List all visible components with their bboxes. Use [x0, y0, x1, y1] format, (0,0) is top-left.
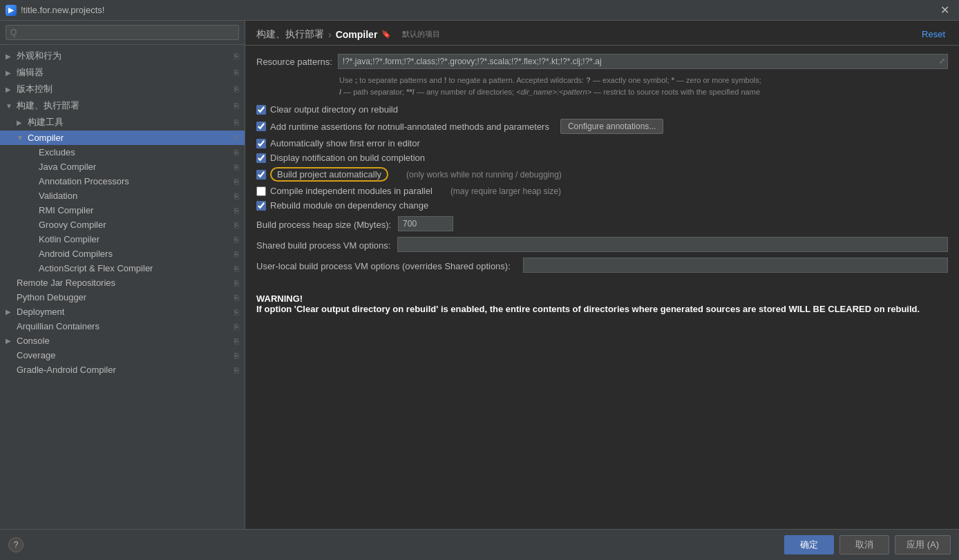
checkbox-runtime-assertions-row: Add runtime assertions for notnull-annot…	[256, 119, 948, 134]
sidebar-item-coverage[interactable]: ▶ Coverage ⎘	[0, 348, 245, 363]
close-button[interactable]: ✕	[936, 2, 953, 18]
checkbox-runtime-assertions-label[interactable]: Add runtime assertions for notnull-annot…	[270, 122, 549, 132]
sidebar-item-label: Coverage	[17, 350, 55, 360]
sidebar-item-android-compilers[interactable]: ▶ Android Compilers ⎘	[0, 247, 245, 261]
sidebar-item-compiler[interactable]: ▼ Compiler ⎘	[0, 131, 245, 145]
copy-icon: ⎘	[234, 163, 239, 171]
sidebar-item-actionscript-flex[interactable]: ▶ ActionScript & Flex Compiler ⎘	[0, 261, 245, 276]
arrow-icon: ▶	[6, 308, 14, 316]
cancel-button[interactable]: 取消	[839, 535, 889, 554]
arrow-icon: ▶	[17, 119, 25, 126]
bottom-bar: ? 确定 取消 应用 (A)	[0, 529, 959, 560]
sidebar-item-label: 构建工具	[28, 116, 64, 128]
help-button[interactable]: ?	[8, 537, 23, 552]
checkbox-rebuild-on-change-label[interactable]: Rebuild module on dependency change	[270, 200, 428, 211]
default-label: 默认的项目	[402, 29, 440, 39]
checkbox-show-error-row: Automatically show first error in editor	[256, 138, 948, 148]
sidebar-item-arquillian[interactable]: ▶ Arquillian Containers ⎘	[0, 319, 245, 334]
arrow-icon: ▶	[6, 337, 14, 345]
sidebar-item-validation[interactable]: ▶ Validation ⎘	[0, 189, 245, 203]
sidebar-item-vcs[interactable]: ▶ 版本控制 ⎘	[0, 81, 245, 97]
search-input[interactable]	[6, 25, 239, 40]
checkbox-show-first-error[interactable]	[256, 139, 266, 148]
sidebar-item-remote-jar[interactable]: ▶ Remote Jar Repositories ⎘	[0, 276, 245, 290]
checkbox-show-first-error-label[interactable]: Automatically show first error in editor	[270, 138, 420, 148]
sidebar-item-label: Validation	[39, 191, 77, 201]
sidebar-item-build-tools[interactable]: ▶ 构建工具 ⎘	[0, 114, 245, 131]
sidebar-item-label: Annotation Processors	[39, 176, 129, 186]
heap-size-input[interactable]	[398, 216, 453, 231]
sidebar-item-gradle-android[interactable]: ▶ Gradle-Android Compiler ⎘	[0, 363, 245, 377]
sidebar-item-label: Android Compilers	[39, 249, 113, 259]
sidebar-item-label: Compiler	[28, 133, 64, 143]
default-icon: 🔖	[381, 30, 391, 39]
checkbox-build-automatically[interactable]	[256, 170, 266, 180]
checkbox-compile-parallel-label[interactable]: Compile independent modules in parallel	[270, 186, 433, 196]
sidebar-item-build-exec[interactable]: ▼ 构建、执行部署 ⎘	[0, 97, 245, 114]
sidebar-tree: ▶ 外观和行为 ⎘ ▶ 编辑器 ⎘ ▶ 版本控制 ⎘ ▼ 构建、执行部署 ⎘	[0, 45, 245, 529]
copy-icon: ⎘	[234, 85, 239, 93]
arrow-icon: ▶	[6, 52, 14, 60]
sidebar-item-rmi-compiler[interactable]: ▶ RMI Compiler ⎘	[0, 203, 245, 218]
resource-patterns-input[interactable]	[338, 54, 948, 69]
sidebar-item-label: 编辑器	[17, 66, 44, 79]
copy-icon: ⎘	[234, 118, 239, 126]
checkbox-clear-output[interactable]	[256, 105, 266, 115]
checkbox-build-automatically-label[interactable]: Build project automatically	[270, 167, 388, 182]
checkbox-compile-parallel-row: Compile independent modules in parallel …	[256, 186, 948, 196]
sidebar-item-kotlin-compiler[interactable]: ▶ Kotlin Compiler ⎘	[0, 232, 245, 247]
checkbox-display-notification[interactable]	[256, 153, 266, 163]
resource-patterns-label: Resource patterns:	[256, 54, 332, 67]
sidebar-item-label: Console	[17, 336, 50, 346]
copy-icon: ⎘	[234, 206, 239, 215]
copy-icon: ⎘	[234, 192, 239, 200]
checkbox-clear-output-label[interactable]: Clear output directory on rebuild	[270, 104, 398, 115]
arrow-icon: ▶	[6, 86, 14, 93]
checkbox-display-notification-label[interactable]: Display notification on build completion	[270, 153, 425, 163]
sidebar-item-label: Kotlin Compiler	[39, 234, 99, 244]
copy-icon: ⎘	[234, 264, 239, 273]
copy-icon: ⎘	[234, 148, 239, 157]
checkbox-clear-output-row: Clear output directory on rebuild	[256, 104, 948, 115]
shared-vm-input[interactable]	[397, 237, 948, 252]
title-bar-left: ▶ !title.for.new.projects!	[6, 5, 104, 16]
sidebar-item-label: Gradle-Android Compiler	[17, 365, 116, 375]
configure-annotations-button[interactable]: Configure annotations...	[560, 119, 663, 134]
sidebar-item-editor[interactable]: ▶ 编辑器 ⎘	[0, 64, 245, 81]
sidebar-item-console[interactable]: ▶ Console ⎘	[0, 334, 245, 348]
dialog-body: ▶ 外观和行为 ⎘ ▶ 编辑器 ⎘ ▶ 版本控制 ⎘ ▼ 构建、执行部署 ⎘	[0, 21, 959, 529]
apply-button[interactable]: 应用 (A)	[895, 535, 951, 554]
user-vm-input[interactable]	[523, 258, 948, 273]
title-text: !title.for.new.projects!	[21, 5, 104, 15]
copy-icon: ⎘	[234, 134, 239, 142]
sidebar-item-label: RMI Compiler	[39, 205, 93, 215]
checkbox-runtime-assertions[interactable]	[256, 122, 266, 131]
sidebar-item-python-debugger[interactable]: ▶ Python Debugger ⎘	[0, 290, 245, 305]
content-header: 构建、执行部署 › Compiler 🔖 默认的项目 Reset	[245, 21, 959, 46]
sidebar-item-appearance[interactable]: ▶ 外观和行为 ⎘	[0, 48, 245, 64]
reset-button[interactable]: Reset	[919, 28, 948, 41]
sidebar-item-deployment[interactable]: ▶ Deployment ⎘	[0, 305, 245, 319]
sidebar-item-groovy-compiler[interactable]: ▶ Groovy Compiler ⎘	[0, 218, 245, 232]
sidebar-item-label: Remote Jar Repositories	[17, 278, 115, 288]
breadcrumb-current: Compiler	[336, 29, 378, 40]
sidebar-item-label: Python Debugger	[17, 292, 86, 302]
copy-icon: ⎘	[234, 102, 239, 110]
bottom-left: ?	[8, 537, 23, 552]
sidebar-item-java-compiler[interactable]: ▶ Java Compiler ⎘	[0, 160, 245, 174]
copy-icon: ⎘	[234, 322, 239, 331]
resource-patterns-row: Resource patterns: ⤢	[256, 54, 948, 69]
checkbox-compile-parallel[interactable]	[256, 186, 266, 196]
heap-size-row: Build process heap size (Mbytes):	[256, 216, 948, 231]
confirm-button[interactable]: 确定	[784, 535, 834, 554]
resource-patterns-hint: Use ; to separate patterns and ! to nega…	[339, 75, 948, 97]
sidebar-item-annotation-processors[interactable]: ▶ Annotation Processors ⎘	[0, 174, 245, 189]
user-vm-row: User-local build process VM options (ove…	[256, 258, 948, 273]
sidebar-item-label: 外观和行为	[17, 50, 61, 62]
sidebar-item-excludes[interactable]: ▶ Excludes ⎘	[0, 145, 245, 160]
resource-patterns-wrap: ⤢	[338, 54, 948, 69]
checkbox-build-auto-row: Build project automatically (only works …	[256, 167, 948, 182]
sidebar-item-label: ActionScript & Flex Compiler	[39, 263, 153, 273]
breadcrumb-separator: ›	[328, 29, 332, 40]
checkbox-rebuild-on-change[interactable]	[256, 201, 266, 211]
